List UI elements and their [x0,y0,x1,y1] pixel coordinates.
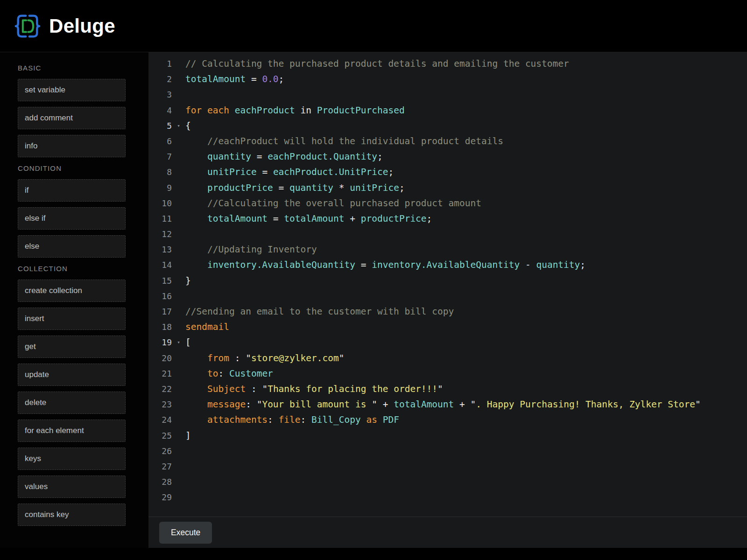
code-line: 2totalAmount = 0.0; [148,71,747,87]
sidebar-section-title: COLLECTION [18,265,148,273]
token-op: = [251,151,268,162]
code-line: 24 attachments: file: Bill_Copy as PDF [148,412,747,427]
code-text: inventory.AvailableQuantity = inventory.… [185,257,585,273]
execute-button[interactable]: Execute [159,522,212,544]
token-op: : [268,414,278,425]
code-line: 16 [148,288,747,304]
fold-gutter [172,257,185,273]
sidebar-item-else-if[interactable]: else if [18,207,126,230]
token-op: * [333,182,350,193]
fold-gutter [172,428,185,443]
sidebar-item-if[interactable]: if [18,179,126,202]
token-op: = [257,167,273,177]
code-line: 17//Sending an email to the customer wit… [148,304,747,319]
sidebar-item-create-collection[interactable]: create collection [18,280,126,302]
token-op [229,105,235,116]
app-title: Deluge [49,15,115,37]
fold-toggle-icon[interactable]: ▾ [172,335,185,350]
token-id: totalAmount [284,213,344,224]
fold-gutter [172,103,185,118]
token-id: inventory.AvailableQuantity [372,259,520,270]
token-op: { [185,120,191,131]
line-number: 4 [148,103,172,118]
code-text: Subject : "Thanks for placing the order!… [185,381,443,397]
token-num: 0.0 [262,74,278,84]
sidebar-item-add-comment[interactable]: add comment [18,107,126,129]
code-area[interactable]: 1// Calculating the purchased product de… [148,52,747,517]
code-line: 26 [148,443,747,459]
line-number: 12 [148,226,172,242]
code-text: unitPrice = eachProduct.UnitPrice; [185,164,394,180]
token-q: " [471,399,476,410]
code-line: 7 quantity = eachProduct.Quantity; [148,149,747,164]
code-text: totalAmount = totalAmount + productPrice… [185,211,432,226]
token-op: : [246,384,262,394]
token-q: " [695,399,701,410]
code-line: 15} [148,273,747,288]
sidebar-item-keys[interactable]: keys [18,448,126,470]
fold-gutter [172,149,185,164]
sidebar-item-insert[interactable]: insert [18,308,126,330]
code-line: 25] [148,428,747,443]
token-op: + [377,399,394,410]
token-op [185,414,207,425]
sidebar-item-delete[interactable]: delete [18,392,126,414]
token-op [185,136,207,147]
token-id: totalAmount [185,74,246,84]
token-id: Customer [229,368,273,379]
line-number: 1 [148,56,172,71]
sidebar-item-contains-key[interactable]: contains key [18,504,126,526]
fold-toggle-icon[interactable]: ▾ [172,118,185,133]
code-line: 28 [148,474,747,490]
token-op: + [344,213,360,224]
code-text: productPrice = quantity * unitPrice; [185,180,405,196]
code-line: 23 message: "Your bill amount is " + tot… [148,397,747,412]
token-kw: from [207,353,229,364]
token-op [185,399,207,410]
token-op [185,167,207,177]
token-op: ] [185,430,191,441]
line-number: 2 [148,71,172,87]
code-line: 20 from : "store@zylker.com" [148,350,747,366]
sidebar-item-info[interactable]: info [18,135,126,157]
code-text: //Updating Inventory [185,242,317,257]
line-number: 7 [148,149,172,164]
token-q: " [246,353,251,364]
code-line: 22 Subject : "Thanks for placing the ord… [148,381,747,397]
token-id: productPrice [361,213,427,224]
token-id: Bill_Copy [311,414,361,425]
token-op [185,198,207,209]
sidebar-item-for-each-element[interactable]: for each element [18,420,126,442]
token-str: Thanks for placing the order!!! [268,384,437,394]
token-op [185,353,207,364]
sidebar-item-values[interactable]: values [18,476,126,498]
code-line: 9 productPrice = quantity * unitPrice; [148,180,747,196]
token-op: ; [377,151,383,162]
line-number: 9 [148,180,172,196]
token-op: ; [427,213,432,224]
code-line: 12 [148,226,747,242]
token-op [202,105,207,116]
sidebar-item-get[interactable]: get [18,336,126,358]
token-id: totalAmount [207,213,268,224]
fold-gutter [172,71,185,87]
sidebar-item-set-variable[interactable]: set variable [18,79,126,101]
line-number: 18 [148,319,172,335]
token-op: } [185,275,191,286]
line-number: 16 [148,288,172,304]
sidebar-item-else[interactable]: else [18,235,126,258]
token-op: - [520,259,536,270]
code-text: to: Customer [185,366,273,381]
token-op: + [454,399,470,410]
token-op: : [229,353,246,364]
token-q: " [257,399,262,410]
line-number: 10 [148,196,172,211]
token-kw: message [207,399,246,410]
fold-gutter [172,164,185,180]
sidebar-item-update[interactable]: update [18,364,126,386]
deluge-logo-icon [14,13,41,40]
execute-bar: Execute [148,517,747,548]
code-text: } [185,273,191,288]
token-id: quantity [289,182,333,193]
code-text: //eachProduct will hold the individual p… [185,133,503,149]
